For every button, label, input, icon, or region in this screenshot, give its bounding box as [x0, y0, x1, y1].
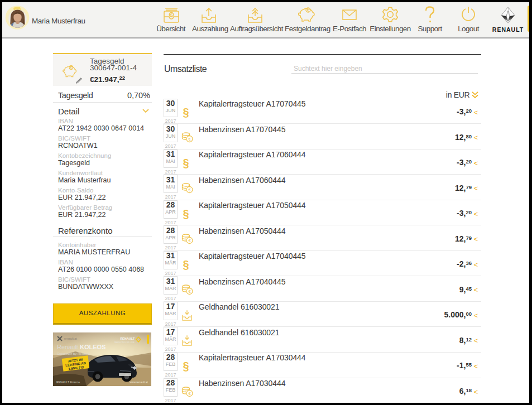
svg-text:€: € [188, 187, 191, 192]
svg-text:€: € [307, 8, 309, 12]
svg-text:RENAULT: RENAULT [120, 337, 135, 340]
svg-text:www.renault.at: www.renault.at [130, 380, 148, 384]
svg-text:€: € [188, 137, 191, 142]
svg-text:PASSION FOR LIFE: PASSION FOR LIFE [114, 341, 135, 344]
svg-text:Renault KOLEOS: Renault KOLEOS [57, 344, 106, 350]
svg-text:€: € [188, 238, 191, 243]
svg-text:€: € [188, 390, 191, 396]
svg-text:RENAULT Finance: RENAULT Finance [56, 380, 80, 384]
svg-text:€: € [170, 13, 172, 17]
svg-text:€: € [188, 289, 191, 294]
svg-text:renault.at: renault.at [64, 337, 77, 340]
svg-text:Crossover by Renault: Crossover by Renault [57, 352, 89, 355]
